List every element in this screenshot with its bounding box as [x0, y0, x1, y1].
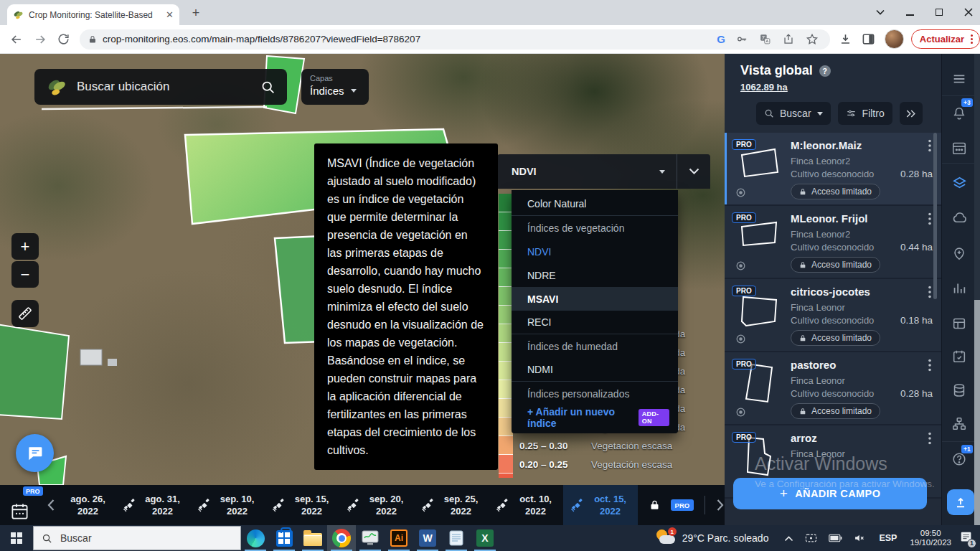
chrome-update-button[interactable]: Actualizar	[911, 29, 980, 49]
taskbar-chrome[interactable]	[327, 525, 356, 551]
taskbar-word[interactable]: W	[413, 525, 442, 551]
field-menu-icon[interactable]	[928, 432, 931, 445]
new-tab-button[interactable]: +	[188, 5, 204, 21]
team-hierarchy-button[interactable]	[950, 415, 969, 433]
taskbar-explorer[interactable]	[298, 525, 327, 551]
cast-screen-icon[interactable]	[805, 533, 817, 543]
timeline-date-cell[interactable]: sep. 25,2022	[414, 485, 489, 525]
planner-button[interactable]	[950, 347, 969, 366]
zoom-out-button[interactable]: −	[11, 261, 39, 288]
calendar-button[interactable]: PRO	[10, 485, 35, 525]
index-menu-item[interactable]: NDVI	[512, 240, 678, 263]
dashboard-button[interactable]	[950, 314, 969, 333]
field-card[interactable]: PRO citricos-jocotes Finca Leonor Cultiv…	[725, 279, 941, 352]
field-menu-icon[interactable]	[928, 286, 931, 298]
locate-field-icon[interactable]	[735, 406, 747, 418]
upload-button[interactable]	[947, 489, 974, 515]
reload-icon[interactable]	[57, 32, 70, 46]
timeline-date-cell[interactable]: sep. 20,2022	[339, 485, 414, 525]
data-manager-button[interactable]	[950, 381, 969, 400]
url-bar[interactable]: crop-monitoring.eos.com/main-map/fields/…	[80, 29, 830, 50]
layers-button[interactable]	[950, 174, 969, 192]
field-menu-icon[interactable]	[928, 359, 931, 372]
share-icon[interactable]	[782, 33, 795, 45]
collapse-panel-button[interactable]	[677, 154, 710, 189]
tray-expand-icon[interactable]	[784, 535, 793, 542]
timeline-prev-button[interactable]	[47, 499, 55, 512]
timeline-date-cell[interactable]: sep. 10,2022	[190, 485, 265, 525]
side-panel-icon[interactable]	[862, 32, 875, 46]
sidebar-search-button[interactable]: Buscar	[756, 102, 831, 125]
index-menu-item[interactable]: Índices de humedad	[512, 334, 678, 358]
taskbar-notepad[interactable]	[442, 525, 471, 551]
translate-icon[interactable]	[759, 33, 771, 45]
taskbar-task-manager[interactable]	[356, 525, 385, 551]
index-menu-item[interactable]: Índices personalizados	[512, 382, 678, 405]
timeline-date-cell[interactable]: sep. 15,2022	[265, 485, 339, 525]
index-menu-item[interactable]: NDRE	[512, 263, 678, 287]
total-area-link[interactable]: 1062.89 ha	[740, 82, 788, 93]
password-key-icon[interactable]	[736, 33, 748, 45]
volume-muted-icon[interactable]	[854, 533, 866, 543]
page-scrollbar[interactable]	[974, 54, 980, 525]
url-text[interactable]: crop-monitoring.eos.com/main-map/fields/…	[103, 34, 711, 44]
weather-cloud-button[interactable]	[950, 209, 969, 227]
timeline-date-cell[interactable]: oct. 10,2022	[489, 485, 563, 525]
field-card[interactable]: PRO MLeonor. Frijol Finca Leonor2 Cultiv…	[725, 206, 941, 279]
download-icon[interactable]	[839, 32, 852, 46]
taskbar-edge[interactable]	[241, 525, 270, 551]
index-menu-item[interactable]: RECI	[512, 311, 678, 334]
profile-avatar[interactable]	[885, 29, 904, 49]
browser-menu-icon[interactable]	[968, 34, 976, 44]
index-menu-item[interactable]: Índices de vegetación	[512, 216, 678, 240]
zoom-in-button[interactable]: +	[11, 233, 39, 260]
maximize-button[interactable]	[936, 9, 943, 16]
statistics-button[interactable]	[950, 279, 969, 298]
scrollbar-thumb[interactable]	[974, 300, 980, 525]
locate-field-icon[interactable]	[735, 260, 747, 272]
measure-tool-button[interactable]	[11, 300, 39, 327]
timeline-date-cell[interactable]: ago. 26,2022	[61, 485, 116, 525]
index-menu-item[interactable]: Color Natural	[512, 192, 678, 216]
timeline-date-cell[interactable]: oct. 15,2022	[563, 485, 638, 525]
tab-search-chevron-icon[interactable]	[876, 9, 885, 15]
forward-icon[interactable]	[33, 32, 47, 47]
google-icon[interactable]: G	[717, 33, 725, 45]
field-menu-icon[interactable]	[928, 139, 931, 152]
browser-tab[interactable]: Crop Monitoring: Satellite-Based ✕	[7, 4, 179, 25]
support-chat-button[interactable]	[16, 434, 54, 472]
index-menu-item[interactable]: + Añadir un nuevo índice ADD-ON	[512, 405, 678, 429]
timeline-date-cell[interactable]: ago. 31,2022	[116, 485, 190, 525]
close-window-button[interactable]	[964, 8, 973, 17]
tab-close-icon[interactable]: ✕	[166, 10, 174, 19]
index-menu-item[interactable]: MSAVI	[512, 287, 678, 311]
taskbar-search[interactable]: Buscar	[33, 526, 241, 550]
timeline-next-button[interactable]	[716, 499, 725, 512]
scouting-pin-button[interactable]	[950, 244, 969, 263]
bookmark-star-icon[interactable]	[806, 33, 819, 46]
map-canvas[interactable]: Buscar ubicación Capas Índices + − MSAVI…	[0, 54, 725, 525]
minimize-button[interactable]	[906, 14, 914, 16]
weather-status[interactable]: 29°C Parc. soleado	[682, 532, 769, 544]
layers-selector[interactable]: Capas Índices	[301, 69, 369, 105]
field-card[interactable]: PRO pastoreo Finca Leonor Cultivo descon…	[725, 352, 941, 425]
action-center-button[interactable]: 1	[960, 531, 973, 546]
help-icon[interactable]: ?	[819, 65, 831, 77]
taskbar-illustrator[interactable]: Ai	[385, 525, 413, 551]
language-indicator[interactable]: ESP	[879, 533, 897, 543]
map-search-bar[interactable]: Buscar ubicación	[34, 69, 287, 105]
locate-field-icon[interactable]	[735, 333, 747, 345]
main-menu-button[interactable]	[950, 70, 969, 88]
taskbar-excel[interactable]: X	[471, 525, 499, 551]
search-icon[interactable]	[260, 80, 275, 95]
location-search-input[interactable]: Buscar ubicación	[77, 80, 251, 94]
locate-field-icon[interactable]	[735, 187, 747, 199]
back-icon[interactable]	[9, 32, 24, 47]
field-menu-icon[interactable]	[928, 212, 931, 225]
calendar-button[interactable]	[950, 138, 969, 157]
battery-icon[interactable]	[829, 534, 842, 542]
start-button[interactable]	[0, 525, 33, 551]
clock[interactable]: 09:50 19/10/2023	[910, 529, 951, 548]
field-card[interactable]: PRO M:leonor.Maiz Finca Leonor2 Cultivo …	[725, 133, 941, 206]
index-selector-bar[interactable]: NDVI	[497, 154, 710, 189]
